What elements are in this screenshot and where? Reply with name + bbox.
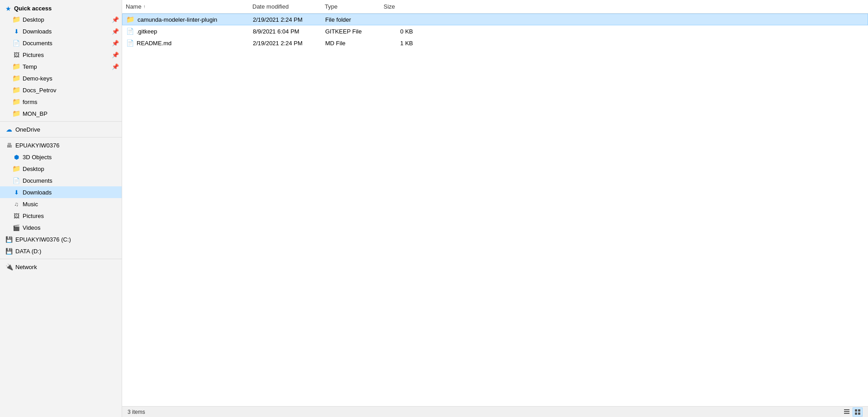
folder-icon: 📁	[126, 15, 135, 24]
quick-access-label: Quick access	[14, 5, 52, 12]
table-row[interactable]: 📄 .gitkeep 8/9/2021 6:04 PM GITKEEP File…	[122, 25, 868, 37]
cell-size: 0 KB	[380, 27, 417, 36]
sidebar-item-label: Desktop	[23, 16, 110, 23]
sidebar-item-label: Network	[15, 264, 118, 270]
sidebar-item-label: Docs_Petrov	[23, 87, 118, 94]
sidebar-item-documents2[interactable]: 📄 Documents	[0, 175, 122, 186]
sidebar-item-desktop2[interactable]: 📁 Desktop	[0, 163, 122, 175]
cell-date: 2/19/2021 2:24 PM	[249, 15, 322, 24]
svg-rect-5	[855, 412, 857, 415]
table-row[interactable]: 📄 README.md 2/19/2021 2:24 PM MD File 1 …	[122, 37, 868, 49]
item-count: 3 items	[128, 409, 145, 415]
sidebar-section-quick-access[interactable]: ★ Quick access	[0, 2, 122, 14]
sidebar-item-pictures2[interactable]: 🖼 Pictures	[0, 210, 122, 222]
cell-type: File folder	[322, 15, 380, 24]
sidebar-item-label: DATA (D:)	[15, 248, 118, 255]
sidebar-item-documents-quick[interactable]: 📄 Documents 📌	[0, 37, 122, 49]
sidebar-item-label: Documents	[23, 177, 118, 184]
sidebar-item-label: forms	[23, 99, 118, 105]
sidebar-item-desktop[interactable]: 📁 Desktop 📌	[0, 14, 122, 25]
sidebar-item-network[interactable]: 🔌 Network	[0, 261, 122, 273]
md-file-icon: 📄	[126, 39, 134, 47]
sidebar-item-docs-petrov[interactable]: 📁 Docs_Petrov	[0, 84, 122, 96]
sidebar-item-demo-keys[interactable]: 📁 Demo-keys	[0, 72, 122, 84]
col-name-label: Name	[126, 3, 142, 10]
downloads-icon: ⬇	[13, 189, 20, 196]
cell-type: MD File	[322, 39, 380, 47]
svg-rect-6	[858, 412, 860, 415]
cell-name: 📁 camunda-modeler-linter-plugin	[123, 14, 249, 24]
pictures-icon: 🖼	[13, 51, 20, 58]
file-list-body: 📁 camunda-modeler-linter-plugin 2/19/202…	[122, 14, 868, 406]
cell-name: 📄 .gitkeep	[123, 27, 249, 36]
pin-icon: 📌	[112, 40, 118, 46]
svg-rect-4	[858, 409, 860, 412]
file-name: README.md	[137, 40, 171, 47]
list-view-button[interactable]	[853, 408, 863, 417]
file-name: camunda-modeler-linter-plugin	[138, 16, 217, 23]
folder-yellow-icon: 📁	[13, 86, 20, 94]
details-view-icon	[844, 409, 850, 415]
sidebar-item-d-drive[interactable]: 💾 DATA (D:)	[0, 245, 122, 257]
sidebar-item-label: 3D Objects	[23, 154, 118, 161]
sidebar-item-label: OneDrive	[15, 126, 118, 133]
sidebar-item-temp[interactable]: 📁 Temp 📌	[0, 61, 122, 72]
col-size-label: Size	[384, 3, 395, 10]
col-header-date[interactable]: Date modified	[249, 2, 321, 11]
svg-rect-2	[844, 413, 849, 414]
sidebar-item-3dobjects[interactable]: ⬢ 3D Objects	[0, 151, 122, 163]
sidebar-item-videos[interactable]: 🎬 Videos	[0, 222, 122, 233]
documents-icon: 📄	[13, 177, 20, 184]
cell-name: 📄 README.md	[123, 38, 249, 47]
sidebar-item-label: EPUAKYIW0376	[15, 142, 118, 149]
table-row[interactable]: 📁 camunda-modeler-linter-plugin 2/19/202…	[122, 14, 868, 25]
sidebar-item-c-drive[interactable]: 💾 EPUAKYIW0376 (C:)	[0, 233, 122, 245]
generic-file-icon: 📄	[126, 28, 134, 35]
col-header-name[interactable]: Name ↑	[122, 2, 249, 11]
sidebar: ★ Quick access 📁 Desktop 📌 ⬇ Downloads 📌…	[0, 0, 122, 417]
pin-icon: 📌	[112, 28, 118, 34]
sidebar-item-forms[interactable]: 📁 forms	[0, 96, 122, 108]
folder-yellow-icon: 📁	[13, 98, 20, 105]
folder-yellow-icon: 📁	[13, 110, 20, 117]
col-header-size[interactable]: Size	[380, 2, 416, 11]
col-type-label: Type	[325, 3, 337, 10]
sidebar-item-label: MON_BP	[23, 110, 118, 117]
videos-icon: 🎬	[13, 224, 20, 231]
sidebar-item-downloads-quick[interactable]: ⬇ Downloads 📌	[0, 25, 122, 37]
sidebar-item-label: Demo-keys	[23, 75, 118, 82]
sidebar-item-mon-bp[interactable]: 📁 MON_BP	[0, 108, 122, 119]
sidebar-item-computer[interactable]: 🖶 EPUAKYIW0376	[0, 139, 122, 151]
sidebar-item-onedrive[interactable]: ☁ OneDrive	[0, 123, 122, 135]
folder-yellow-icon: 📁	[13, 75, 20, 82]
drive-icon: 💾	[5, 236, 13, 243]
details-view-button[interactable]	[842, 408, 852, 417]
folder-blue-icon: 📁	[13, 165, 20, 172]
sidebar-item-downloads2[interactable]: ⬇ Downloads	[0, 186, 122, 198]
sidebar-item-label: Downloads	[23, 189, 118, 196]
computer-icon: 🖶	[5, 142, 13, 149]
svg-rect-1	[844, 411, 849, 412]
sidebar-item-label: Downloads	[23, 28, 110, 35]
sidebar-item-music[interactable]: ♫ Music	[0, 198, 122, 210]
pin-icon: 📌	[112, 16, 118, 23]
sidebar-separator	[0, 121, 122, 122]
file-list-header: Name ↑ Date modified Type Size	[122, 0, 868, 14]
sidebar-item-label: EPUAKYIW0376 (C:)	[15, 236, 118, 243]
pin-icon: 📌	[112, 52, 118, 58]
list-view-icon	[854, 409, 861, 415]
col-date-label: Date modified	[252, 3, 289, 10]
file-name: .gitkeep	[137, 28, 157, 35]
sidebar-item-label: Pictures	[23, 52, 110, 58]
sidebar-item-label: Desktop	[23, 166, 118, 172]
music-icon: ♫	[13, 200, 20, 208]
view-buttons	[842, 408, 863, 417]
sidebar-item-pictures-quick[interactable]: 🖼 Pictures 📌	[0, 49, 122, 61]
sidebar-item-label: Temp	[23, 63, 110, 70]
sidebar-item-label: Pictures	[23, 213, 118, 219]
cell-size	[380, 19, 417, 20]
col-header-type[interactable]: Type	[321, 2, 380, 11]
downloads-icon: ⬇	[13, 28, 20, 35]
pin-icon: 📌	[112, 63, 118, 70]
pictures-icon: 🖼	[13, 212, 20, 219]
